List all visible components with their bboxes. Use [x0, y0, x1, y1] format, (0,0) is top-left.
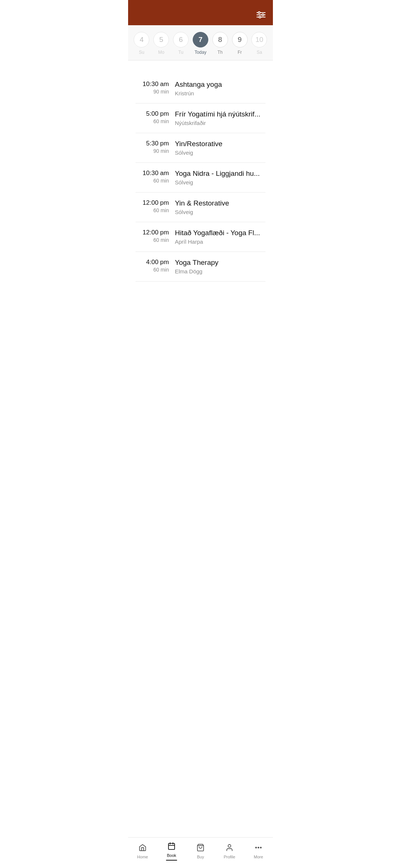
- header: [128, 7, 273, 25]
- class-time: 12:00 pm 60 min: [136, 229, 169, 243]
- class-info: Yoga Therapy Elma Dögg: [175, 259, 265, 274]
- day-label: Fr: [238, 50, 242, 55]
- class-time: 5:00 pm 60 min: [136, 110, 169, 124]
- calendar-day-4[interactable]: 4Su: [133, 32, 150, 55]
- class-duration: 90 min: [136, 89, 169, 95]
- class-time: 4:00 pm 60 min: [136, 259, 169, 273]
- class-instructor: Sólveig: [175, 209, 265, 215]
- class-name: Yin & Restorative: [175, 199, 265, 207]
- class-item[interactable]: 5:30 pm 90 min Yin/Restorative Sólveig: [136, 133, 265, 163]
- class-duration: 60 min: [136, 207, 169, 213]
- class-item[interactable]: 5:00 pm 60 min Frír Yogatími hjá nýútskr…: [136, 103, 265, 133]
- calendar-day-10[interactable]: 10Sa: [250, 32, 268, 55]
- class-instructor: Apríl Harpa: [175, 239, 265, 245]
- calendar-day-6[interactable]: 6Tu: [172, 32, 190, 55]
- class-item[interactable]: 10:30 am 90 min Ashtanga yoga Kristrún: [136, 74, 265, 103]
- calendar-day-5[interactable]: 5Mo: [152, 32, 170, 55]
- class-name: Yoga Therapy: [175, 259, 265, 267]
- class-item[interactable]: 4:00 pm 60 min Yoga Therapy Elma Dögg: [136, 252, 265, 282]
- class-instructor: Sólveig: [175, 149, 265, 156]
- class-time-value: 12:00 pm: [136, 199, 169, 207]
- day-number: 4: [134, 32, 149, 47]
- svg-point-3: [262, 14, 264, 16]
- class-time-value: 5:00 pm: [136, 110, 169, 118]
- day-number: 8: [212, 32, 228, 47]
- class-instructor: Kristrún: [175, 90, 265, 96]
- day-label: Mo: [158, 50, 164, 55]
- class-item[interactable]: 10:30 am 60 min Yoga Nidra - Liggjandi h…: [136, 163, 265, 193]
- class-info: Yoga Nidra - Liggjandi hu... Sólveig: [175, 170, 265, 185]
- class-instructor: Elma Dögg: [175, 268, 265, 274]
- class-time: 5:30 pm 90 min: [136, 140, 169, 154]
- day-label: Th: [218, 50, 223, 55]
- day-number: 5: [153, 32, 169, 47]
- class-time: 10:30 am 60 min: [136, 170, 169, 184]
- day-number: 10: [251, 32, 267, 47]
- class-time-value: 10:30 am: [136, 80, 169, 88]
- class-time: 12:00 pm 60 min: [136, 199, 169, 213]
- day-label: Su: [139, 50, 144, 55]
- class-name: Ashtanga yoga: [175, 80, 265, 89]
- day-number: 6: [173, 32, 189, 47]
- svg-point-1: [258, 12, 260, 14]
- day-label: Sa: [257, 50, 262, 55]
- filter-button[interactable]: [257, 11, 265, 19]
- class-duration: 60 min: [136, 118, 169, 124]
- class-list: 10:30 am 90 min Ashtanga yoga Kristrún 5…: [128, 74, 273, 282]
- class-info: Hitað Yogaflæði - Yoga Fl... Apríl Harpa: [175, 229, 265, 245]
- class-duration: 60 min: [136, 267, 169, 273]
- class-item[interactable]: 12:00 pm 60 min Yin & Restorative Sólvei…: [136, 193, 265, 222]
- date-heading: [128, 60, 273, 74]
- day-number: 9: [232, 32, 248, 47]
- class-instructor: Nýútskrifaðir: [175, 120, 265, 126]
- class-info: Frír Yogatími hjá nýútskrif... Nýútskrif…: [175, 110, 265, 126]
- class-time-value: 12:00 pm: [136, 229, 169, 236]
- class-duration: 60 min: [136, 178, 169, 184]
- class-duration: 60 min: [136, 237, 169, 243]
- class-name: Yoga Nidra - Liggjandi hu...: [175, 170, 265, 178]
- calendar-day-9[interactable]: 9Fr: [231, 32, 249, 55]
- class-info: Yin/Restorative Sólveig: [175, 140, 265, 156]
- day-number: 7: [193, 32, 208, 47]
- calendar-day-8[interactable]: 8Th: [211, 32, 229, 55]
- svg-point-5: [259, 16, 261, 18]
- class-time-value: 5:30 pm: [136, 140, 169, 147]
- class-time-value: 10:30 am: [136, 170, 169, 177]
- status-bar: [128, 0, 273, 7]
- class-name: Hitað Yogaflæði - Yoga Fl...: [175, 229, 265, 237]
- class-info: Yin & Restorative Sólveig: [175, 199, 265, 215]
- main-content: 10:30 am 90 min Ashtanga yoga Kristrún 5…: [128, 60, 273, 319]
- class-instructor: Sólveig: [175, 179, 265, 185]
- class-time: 10:30 am 90 min: [136, 80, 169, 95]
- calendar-strip: 4Su5Mo6Tu7Today8Th9Fr10Sa: [128, 25, 273, 60]
- day-label: Tu: [178, 50, 183, 55]
- class-duration: 90 min: [136, 148, 169, 154]
- class-name: Frír Yogatími hjá nýútskrif...: [175, 110, 265, 118]
- day-label: Today: [195, 50, 206, 55]
- class-time-value: 4:00 pm: [136, 259, 169, 266]
- class-name: Yin/Restorative: [175, 140, 265, 148]
- class-item[interactable]: 12:00 pm 60 min Hitað Yogaflæði - Yoga F…: [136, 222, 265, 252]
- calendar-day-7[interactable]: 7Today: [192, 32, 209, 55]
- class-info: Ashtanga yoga Kristrún: [175, 80, 265, 96]
